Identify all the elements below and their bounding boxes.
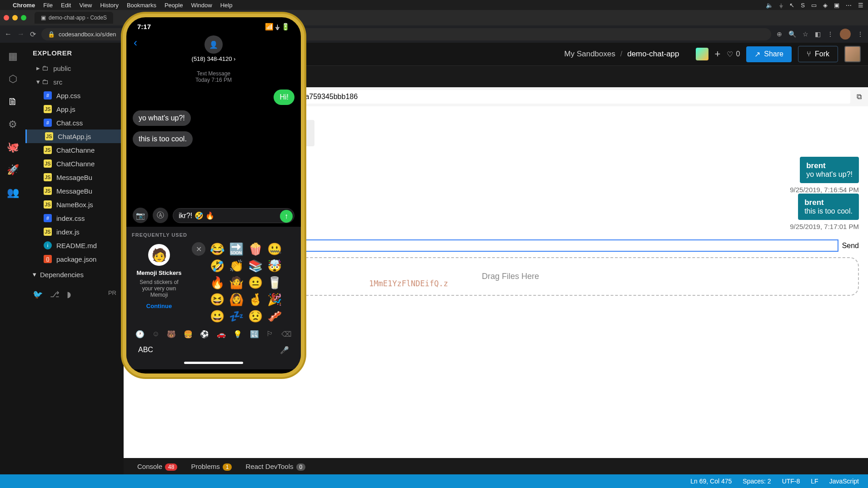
browser-tab[interactable]: ▣ demo-chat-app - CodeS	[35, 12, 113, 24]
ext-icon[interactable]: ◧	[815, 30, 821, 38]
nav-reload[interactable]: ⟳	[30, 30, 36, 39]
emoji-item[interactable]: 🤷	[229, 276, 245, 290]
close-icon[interactable]: ✕	[192, 242, 205, 256]
memoji-continue[interactable]: Continue	[134, 303, 185, 309]
ext-icon[interactable]: ⋮	[827, 30, 833, 38]
window-close[interactable]	[4, 15, 9, 20]
travel-icon[interactable]: 🚗	[217, 330, 226, 339]
menu-history[interactable]: History	[100, 2, 118, 9]
objects-icon[interactable]: 💡	[233, 330, 242, 339]
window-maximize[interactable]	[21, 15, 26, 20]
app-name[interactable]: Chrome	[13, 2, 35, 9]
share-button[interactable]: ↗Share	[746, 46, 792, 62]
emoji-item[interactable]: 🥓	[267, 309, 284, 324]
emoji-item[interactable]: 🤯	[267, 259, 284, 273]
tray-icon-4[interactable]: ▣	[834, 2, 839, 9]
emoji-item[interactable]: 📚	[248, 259, 264, 273]
emoji-item[interactable]: 👏	[229, 259, 245, 273]
menu-help[interactable]: Help	[220, 2, 233, 9]
emoji-item[interactable]: 😆	[210, 293, 226, 307]
emoji-item[interactable]: 😀	[210, 309, 226, 324]
file-item[interactable]: {}package.json	[25, 252, 124, 266]
file-item[interactable]: #Chat.css	[25, 116, 124, 129]
tray-icon[interactable]: S	[801, 2, 805, 9]
backspace-icon[interactable]: ⌫	[281, 330, 292, 339]
memoji-avatar[interactable]: 🧑	[148, 244, 170, 266]
file-item[interactable]: JSApp.js	[25, 102, 124, 116]
folder-public[interactable]: ▸ 🗀public	[25, 61, 124, 75]
star-icon[interactable]: ☆	[803, 30, 808, 38]
open-new-window-icon[interactable]: ⧉	[857, 93, 862, 101]
emoji-item[interactable]: 😐	[248, 276, 264, 290]
cursor-position[interactable]: Ln 69, Col 475	[690, 478, 732, 485]
abc-button[interactable]: ABC	[138, 346, 153, 354]
window-minimize[interactable]	[12, 15, 18, 20]
emoji-item[interactable]: 🍿	[248, 242, 264, 256]
cube-icon[interactable]: ⬡	[7, 74, 18, 85]
emoji-item[interactable]: 🤣	[210, 259, 226, 273]
emoji-item[interactable]: 🔜	[229, 242, 245, 256]
home-indicator[interactable]	[184, 362, 243, 364]
file-item[interactable]: JSChatChanne	[25, 157, 124, 170]
file-item[interactable]: JSNameBox.js	[25, 198, 124, 211]
sandbox-icon[interactable]: ▦	[7, 51, 18, 62]
zoom-icon[interactable]: 🔍	[788, 30, 796, 38]
tray-icon-5[interactable]: ⋯	[846, 2, 852, 9]
incoming-bubble[interactable]: this is too cool.	[133, 131, 193, 147]
tab-react-devtools[interactable]: React DevTools0	[245, 463, 305, 470]
nav-back[interactable]: ←	[5, 30, 12, 38]
language-mode[interactable]: JavaScript	[829, 478, 859, 485]
emoji-item[interactable]: 🙆	[229, 293, 245, 307]
file-item[interactable]: JSChatChanne	[25, 143, 124, 157]
breadcrumb-leaf[interactable]: demo-chat-app	[627, 50, 679, 58]
settings-icon[interactable]: ⚙	[7, 119, 18, 130]
emoji-item[interactable]: 🔥	[210, 276, 226, 290]
outgoing-bubble[interactable]: Hi!	[274, 90, 294, 105]
file-item[interactable]: JSMessageBu	[25, 184, 124, 198]
tray-icon-2[interactable]: ▭	[811, 2, 817, 9]
indent-setting[interactable]: Spaces: 2	[743, 478, 771, 485]
apps-icon[interactable]: Ⓐ	[153, 208, 168, 223]
send-button[interactable]: Send	[842, 242, 859, 250]
live-icon[interactable]: 👥	[7, 187, 18, 198]
send-arrow-icon[interactable]: ↑	[280, 210, 293, 223]
nav-forward[interactable]: →	[17, 30, 25, 38]
emoji-item[interactable]: 🤞	[248, 293, 264, 307]
menu-people[interactable]: People	[165, 2, 183, 9]
emoji-item[interactable]: 😂	[210, 242, 226, 256]
like-count[interactable]: ♡ 0	[727, 50, 740, 59]
github-icon[interactable]: 🐙	[7, 142, 18, 153]
emoji-item[interactable]: 🤐	[267, 242, 284, 256]
deploy-icon[interactable]: 🚀	[7, 164, 18, 175]
emoji-item[interactable]: 🥛	[267, 276, 284, 290]
menu-window[interactable]: Window	[191, 2, 212, 9]
activity-icon[interactable]: ⚽	[200, 330, 209, 339]
menu-bookmarks[interactable]: Bookmarks	[127, 2, 156, 9]
profile-avatar[interactable]	[840, 29, 851, 40]
github-icon[interactable]: ⎇	[50, 289, 60, 299]
sandbox-badge-icon[interactable]	[696, 48, 708, 60]
smileys-icon[interactable]: ☺	[152, 330, 160, 339]
file-item[interactable]: JSChatApp.js	[25, 129, 124, 143]
folder-src[interactable]: ▾ 🗀src	[25, 75, 124, 89]
food-icon[interactable]: 🍔	[184, 330, 193, 339]
contact-number[interactable]: (518) 348-4120 ›	[126, 55, 301, 62]
menu-file[interactable]: File	[43, 2, 53, 9]
tab-console[interactable]: Console48	[137, 463, 177, 470]
tray-icon-3[interactable]: ◈	[823, 2, 828, 9]
file-item[interactable]: iREADME.md	[25, 239, 124, 252]
files-icon[interactable]: 🗎	[7, 96, 18, 107]
file-item[interactable]: #index.css	[25, 211, 124, 225]
camera-icon[interactable]: 📷	[133, 208, 148, 223]
wifi-icon[interactable]: ⏚	[779, 2, 783, 9]
animals-icon[interactable]: 🐻	[167, 330, 176, 339]
control-center-icon[interactable]: ☰	[858, 2, 863, 9]
emoji-item[interactable]: 😟	[248, 309, 264, 324]
contact-avatar[interactable]: 👤	[205, 35, 223, 54]
symbols-icon[interactable]: 🔣	[250, 330, 259, 339]
dependencies-section[interactable]: ▾Dependencies	[25, 266, 124, 283]
mic-icon[interactable]: 🎤	[280, 346, 289, 354]
twitter-icon[interactable]: 🐦	[33, 289, 43, 299]
file-item[interactable]: #App.css	[25, 89, 124, 102]
emoji-item[interactable]: 💤	[229, 309, 245, 324]
